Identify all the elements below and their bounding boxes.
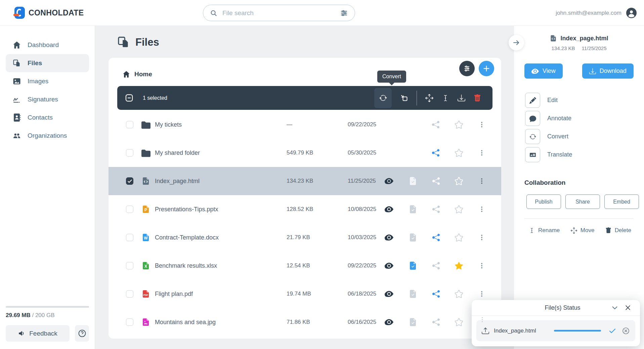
kebab-menu-icon[interactable] bbox=[478, 149, 485, 156]
row-checkbox[interactable] bbox=[126, 290, 133, 298]
download-icon[interactable] bbox=[458, 94, 465, 102]
share-icon[interactable] bbox=[432, 262, 440, 269]
kebab-menu-icon[interactable] bbox=[478, 178, 485, 184]
star-icon-filled[interactable] bbox=[455, 262, 463, 270]
storage-progress-bar bbox=[6, 306, 89, 308]
star-icon[interactable] bbox=[455, 318, 463, 326]
star-icon[interactable] bbox=[455, 121, 463, 129]
file-date: 10/03/2025 bbox=[348, 234, 381, 241]
annotate-action[interactable]: Annotate bbox=[525, 111, 644, 126]
table-row[interactable]: PDF Flight plan.pdf 19.74 MB 06/18/2025 bbox=[109, 280, 501, 308]
conversion-status-icon[interactable] bbox=[409, 262, 417, 270]
share-icon[interactable] bbox=[432, 121, 439, 128]
breadcrumb[interactable]: Home bbox=[109, 58, 501, 79]
rename-icon[interactable] bbox=[442, 94, 449, 102]
conversion-status-icon[interactable] bbox=[409, 318, 417, 326]
preview-eye-icon[interactable] bbox=[385, 290, 393, 298]
translate-action[interactable]: A Translate bbox=[525, 147, 644, 162]
share-button[interactable]: Share bbox=[565, 194, 600, 209]
rename-icon bbox=[529, 227, 535, 233]
select-all-checkbox[interactable] bbox=[125, 93, 134, 102]
share-icon[interactable] bbox=[432, 234, 440, 241]
sidebar-item-images[interactable]: Images bbox=[6, 72, 89, 90]
row-checkbox[interactable] bbox=[126, 318, 133, 326]
download-icon bbox=[589, 68, 596, 75]
table-row[interactable]: X Benchmark results.xlsx 12.54 KB 09/22/… bbox=[109, 252, 501, 280]
star-icon[interactable] bbox=[455, 205, 463, 213]
merge-icon[interactable] bbox=[400, 94, 408, 102]
table-row[interactable]: W Contract-Template.docx 21.79 KB 10/03/… bbox=[109, 223, 501, 252]
kebab-menu-icon[interactable] bbox=[478, 291, 485, 297]
row-checkbox[interactable] bbox=[126, 121, 133, 128]
preview-eye-icon[interactable] bbox=[385, 233, 393, 242]
download-button[interactable]: Download bbox=[582, 63, 634, 79]
sidebar-item-files[interactable]: Files bbox=[6, 54, 89, 72]
star-icon[interactable] bbox=[455, 177, 463, 185]
brand-logo[interactable]: CONHOLDATE bbox=[14, 7, 84, 19]
kebab-menu-icon[interactable] bbox=[478, 121, 485, 128]
delete-action[interactable]: Delete bbox=[605, 227, 631, 234]
file-search-bar[interactable] bbox=[203, 5, 355, 21]
star-icon[interactable] bbox=[455, 233, 463, 242]
move-action[interactable]: Move bbox=[571, 227, 595, 234]
add-file-button[interactable] bbox=[479, 61, 494, 76]
sidebar-item-dashboard[interactable]: Dashboard bbox=[6, 36, 89, 54]
conversion-status-icon[interactable] bbox=[409, 177, 417, 185]
row-checkbox[interactable] bbox=[126, 234, 133, 241]
address-book-icon bbox=[13, 114, 21, 122]
conversion-status-icon[interactable] bbox=[409, 233, 417, 242]
comment-icon bbox=[525, 111, 540, 126]
rename-action[interactable]: Rename bbox=[529, 227, 560, 234]
list-settings-button[interactable] bbox=[459, 61, 475, 76]
sidebar: Dashboard Files Images Signatures bbox=[0, 26, 95, 349]
move-icon[interactable] bbox=[425, 94, 433, 102]
table-row[interactable]: Mountains and sea.jpg 71.86 KB 06/16/202… bbox=[109, 308, 501, 336]
convert-icon[interactable] bbox=[379, 94, 387, 102]
table-row-selected[interactable]: Index_page.html 134.23 KB 11/25/2025 bbox=[109, 167, 501, 195]
share-icon[interactable] bbox=[432, 290, 440, 298]
table-row[interactable]: P Presentations-Tips.pptx 128.52 KB 10/0… bbox=[109, 195, 501, 223]
table-row[interactable]: My shared folder 549.79 KB 05/30/2025 bbox=[109, 139, 501, 167]
preview-eye-icon[interactable] bbox=[385, 318, 393, 326]
kebab-menu-icon[interactable] bbox=[478, 206, 485, 213]
search-filter-icon[interactable] bbox=[340, 9, 348, 17]
cancel-circle-icon[interactable] bbox=[622, 327, 630, 335]
row-checkbox[interactable] bbox=[126, 262, 133, 269]
edit-action[interactable]: Edit bbox=[525, 93, 644, 108]
row-checkbox[interactable] bbox=[126, 149, 133, 157]
embed-button[interactable]: Embed bbox=[604, 194, 639, 209]
preview-eye-icon[interactable] bbox=[385, 177, 393, 185]
preview-eye-icon[interactable] bbox=[385, 205, 393, 214]
share-icon[interactable] bbox=[432, 149, 439, 157]
share-icon[interactable] bbox=[432, 177, 440, 185]
view-button[interactable]: View bbox=[524, 63, 563, 79]
conversion-status-icon[interactable] bbox=[409, 205, 417, 213]
drag-handle[interactable] bbox=[482, 317, 483, 322]
collapse-panel-arrow-button[interactable] bbox=[509, 35, 524, 50]
preview-eye-icon[interactable] bbox=[385, 261, 393, 270]
row-checkbox[interactable] bbox=[126, 206, 133, 213]
search-input[interactable] bbox=[222, 9, 336, 17]
feedback-button[interactable]: Feedback bbox=[6, 325, 70, 342]
row-checkbox-checked[interactable] bbox=[126, 177, 133, 185]
star-icon[interactable] bbox=[455, 149, 463, 157]
share-icon[interactable] bbox=[432, 318, 440, 326]
share-icon[interactable] bbox=[432, 206, 440, 213]
kebab-menu-icon[interactable] bbox=[478, 262, 485, 269]
sidebar-item-organizations[interactable]: Organizations bbox=[6, 127, 89, 145]
avatar[interactable] bbox=[626, 8, 637, 18]
delete-icon[interactable] bbox=[474, 94, 481, 102]
sidebar-item-signatures[interactable]: Signatures bbox=[6, 90, 89, 108]
convert-action[interactable]: Convert bbox=[525, 129, 644, 144]
file-name: My shared folder bbox=[155, 149, 287, 157]
close-icon[interactable] bbox=[622, 304, 633, 311]
kebab-menu-icon[interactable] bbox=[478, 234, 485, 241]
help-button[interactable] bbox=[75, 325, 89, 342]
sidebar-item-contacts[interactable]: Contacts bbox=[6, 108, 89, 127]
conversion-status-icon[interactable] bbox=[409, 290, 417, 298]
star-icon[interactable] bbox=[455, 290, 463, 298]
file-name: Benchmark results.xlsx bbox=[155, 262, 287, 269]
chevron-down-icon[interactable] bbox=[609, 304, 620, 312]
table-row[interactable]: My tickets — 09/22/2025 bbox=[109, 111, 501, 139]
publish-button[interactable]: Publish bbox=[526, 194, 561, 209]
